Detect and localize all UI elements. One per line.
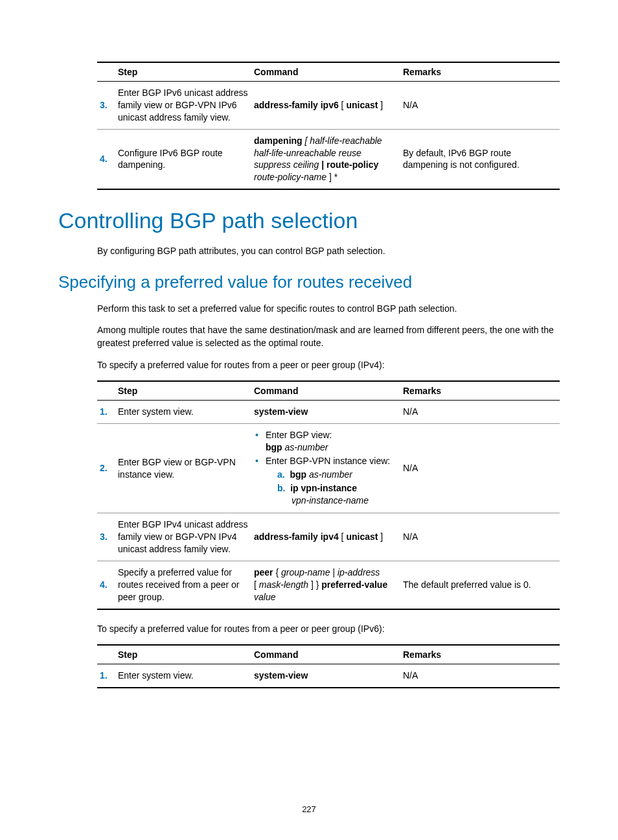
row-remarks: N/A	[400, 513, 560, 561]
th-command: Command	[251, 645, 400, 664]
row-remarks: N/A	[400, 82, 560, 130]
row-command: system-view	[251, 401, 400, 424]
th-command: Command	[251, 381, 400, 401]
heading-1: Controlling BGP path selection	[58, 208, 560, 233]
th-step-text: Step	[115, 381, 251, 401]
row-remarks: By default, IPv6 BGP route dampening is …	[400, 129, 560, 189]
paragraph: Perform this task to set a preferred val…	[97, 303, 560, 316]
table-2: Step Command Remarks 1. Enter system vie…	[97, 380, 560, 610]
row-step: Enter BGP IPv6 unicast address family vi…	[115, 82, 251, 130]
paragraph: Among multiple routes that have the same…	[97, 324, 560, 349]
row-num: 3.	[97, 513, 115, 561]
table-3: Step Command Remarks 1. Enter system vie…	[97, 644, 560, 688]
row-num: 4.	[97, 129, 115, 189]
row-num: 1.	[97, 401, 115, 424]
table-row: 4. Configure IPv6 BGP route dampening. d…	[97, 129, 560, 189]
row-step: Configure IPv6 BGP route dampening.	[115, 129, 251, 189]
th-command: Command	[251, 62, 400, 82]
row-remarks: N/A	[400, 664, 560, 688]
row-num: 2.	[97, 424, 115, 513]
sub-list-item: a. bgp as-number	[277, 469, 398, 481]
table-row: 1. Enter system view. system-view N/A	[97, 401, 560, 424]
paragraph: To specify a preferred value for routes …	[97, 359, 560, 372]
table-row: 4. Specify a preferred value for routes …	[97, 561, 560, 609]
row-command: dampening [ half-life-reachable half-lif…	[251, 129, 400, 189]
row-num: 3.	[97, 82, 115, 130]
th-step-text: Step	[115, 645, 251, 664]
row-step: Enter BGP IPv4 unicast address family vi…	[115, 513, 251, 561]
paragraph: By configuring BGP path attributes, you …	[97, 245, 560, 258]
list-item: Enter BGP-VPN instance view: a. bgp as-n…	[254, 455, 398, 507]
row-command: system-view	[251, 664, 400, 688]
table-row: 1. Enter system view. system-view N/A	[97, 664, 560, 688]
table-row: 3. Enter BGP IPv6 unicast address family…	[97, 82, 560, 130]
row-num: 1.	[97, 664, 115, 688]
row-remarks: The default preferred value is 0.	[400, 561, 560, 609]
row-remarks: N/A	[400, 401, 560, 424]
th-step-text: Step	[115, 62, 251, 82]
row-command: peer { group-name | ip-address [ mask-le…	[251, 561, 400, 609]
row-step: Specify a preferred value for routes rec…	[115, 561, 251, 609]
table-row: 2. Enter BGP view or BGP-VPN instance vi…	[97, 424, 560, 513]
table-row: 3. Enter BGP IPv4 unicast address family…	[97, 513, 560, 561]
row-num: 4.	[97, 561, 115, 609]
row-command: Enter BGP view: bgp as-number Enter BGP-…	[251, 424, 400, 513]
row-step: Enter system view.	[115, 401, 251, 424]
table-1: Step Command Remarks 3. Enter BGP IPv6 u…	[97, 62, 560, 190]
th-remarks: Remarks	[400, 62, 560, 82]
page-number: 227	[0, 804, 618, 814]
row-command: address-family ipv4 [ unicast ]	[251, 513, 400, 561]
paragraph: To specify a preferred value for routes …	[97, 623, 560, 636]
th-remarks: Remarks	[400, 381, 560, 401]
th-remarks: Remarks	[400, 645, 560, 664]
th-step	[97, 645, 115, 664]
row-remarks: N/A	[400, 424, 560, 513]
row-command: address-family ipv6 [ unicast ]	[251, 82, 400, 130]
th-step	[97, 381, 115, 401]
sub-list-item: b. ip vpn-instancevpn-instance-name	[277, 482, 398, 507]
row-step: Enter system view.	[115, 664, 251, 688]
heading-2: Specifying a preferred value for routes …	[58, 272, 560, 292]
th-step	[97, 62, 115, 82]
row-step: Enter BGP view or BGP-VPN instance view.	[115, 424, 251, 513]
list-item: Enter BGP view: bgp as-number	[254, 429, 398, 454]
